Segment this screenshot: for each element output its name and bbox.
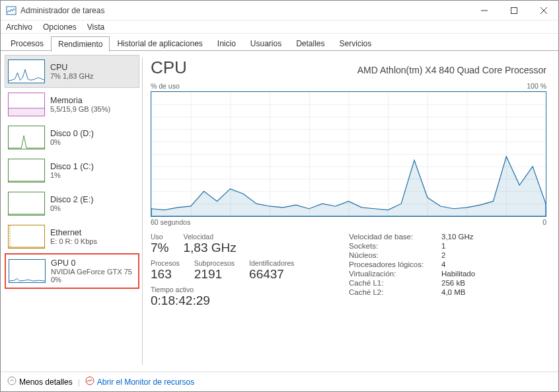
gpu-thumb <box>9 259 46 283</box>
uptime-value: 0:18:42:29 <box>151 294 210 308</box>
tab-performance[interactable]: Rendimiento <box>51 36 110 52</box>
menu-options[interactable]: Opciones <box>43 22 77 32</box>
tab-users[interactable]: Usuarios <box>243 36 289 51</box>
stat-value: 66437 <box>249 267 294 282</box>
stat-label: Uso <box>151 233 168 241</box>
menu-view[interactable]: Vista <box>87 22 104 32</box>
stat-label: Identificadores <box>249 259 294 267</box>
y-axis-max: 100 % <box>527 82 546 90</box>
tab-services[interactable]: Servicios <box>332 36 379 51</box>
sidebar-sub: E: 0 R: 0 Kbps <box>50 237 97 245</box>
svg-rect-5 <box>9 108 44 116</box>
footer: Menos detalles | Abrir el Monitor de rec… <box>1 372 558 391</box>
sidebar-label: Ethernet <box>50 228 97 237</box>
stat-label: Procesos <box>151 259 180 267</box>
x-axis-left: 60 segundos <box>151 218 190 226</box>
sidebar-sub: 5,5/15,9 GB (35%) <box>50 105 110 113</box>
cpu-thumb <box>8 59 45 83</box>
menu-file[interactable]: Archivo <box>6 22 32 32</box>
svg-rect-2 <box>511 7 517 13</box>
sidebar-sub: 0% <box>50 138 94 146</box>
sidebar-label: Memoria <box>50 96 110 105</box>
svg-point-9 <box>86 377 94 385</box>
detail-panel: CPU AMD Athlon(tm) X4 840 Quad Core Proc… <box>145 51 558 372</box>
sidebar-label: CPU <box>50 63 93 72</box>
sidebar-item-disk0[interactable]: Disco 0 (D:) 0% <box>5 121 139 154</box>
cpu-usage-graph[interactable] <box>151 91 546 217</box>
stat-value: 1,83 GHz <box>183 241 236 255</box>
sidebar-item-disk2[interactable]: Disco 2 (E:) 0% <box>5 187 139 220</box>
vertical-divider <box>142 58 143 365</box>
stat-value: 7% <box>151 241 168 255</box>
x-axis-right: 0 <box>542 218 546 226</box>
sidebar: CPU 7% 1,83 GHz Memoria 5,5/15,9 GB (35%… <box>1 51 139 372</box>
sidebar-label: Disco 2 (E:) <box>50 195 93 204</box>
app-icon <box>6 5 17 16</box>
cpu-properties: Velocidad de base:3,10 GHz Sockets:1 Núc… <box>349 233 475 312</box>
sidebar-label: GPU 0 <box>51 258 132 268</box>
sidebar-sub: 7% 1,83 GHz <box>50 72 93 80</box>
close-button[interactable] <box>529 1 558 20</box>
monitor-icon <box>85 376 94 387</box>
stat-value: 163 <box>151 267 180 282</box>
tab-processes[interactable]: Procesos <box>3 36 51 51</box>
sidebar-sub: 0% <box>50 204 93 212</box>
disk-thumb <box>8 159 45 182</box>
sidebar-item-gpu0[interactable]: GPU 0 NVIDIA GeForce GTX 75 0% <box>5 253 139 289</box>
sidebar-item-ethernet[interactable]: Ethernet E: 0 R: 0 Kbps <box>5 220 139 253</box>
sidebar-label: Disco 1 (C:) <box>50 162 94 171</box>
sidebar-sub: NVIDIA GeForce GTX 75 <box>51 268 132 276</box>
window-title: Administrador de tareas <box>20 6 469 15</box>
cpu-model: AMD Athlon(tm) X4 840 Quad Core Processo… <box>357 65 546 75</box>
stat-label: Velocidad <box>183 233 236 241</box>
svg-rect-0 <box>7 7 16 15</box>
detail-title: CPU <box>151 58 187 78</box>
stat-value: 2191 <box>194 267 235 282</box>
chevron-up-icon <box>7 376 17 387</box>
sidebar-label: Disco 0 (D:) <box>50 129 94 138</box>
memory-thumb <box>8 93 45 116</box>
stat-label: Subprocesos <box>194 259 235 267</box>
tab-app-history[interactable]: Historial de aplicaciones <box>110 36 209 51</box>
sidebar-item-cpu[interactable]: CPU 7% 1,83 GHz <box>5 55 139 88</box>
disk-thumb <box>8 126 45 149</box>
minimize-button[interactable] <box>469 1 499 20</box>
open-resource-monitor-link[interactable]: Abrir el Monitor de recursos <box>97 377 194 387</box>
svg-point-8 <box>8 377 16 385</box>
y-axis-label: % de uso <box>151 82 180 90</box>
titlebar: Administrador de tareas <box>1 1 558 20</box>
less-details-link[interactable]: Menos detalles <box>19 377 73 387</box>
sidebar-item-memory[interactable]: Memoria 5,5/15,9 GB (35%) <box>5 88 139 121</box>
sidebar-sub2: 0% <box>51 276 132 284</box>
content: CPU 7% 1,83 GHz Memoria 5,5/15,9 GB (35%… <box>1 51 558 372</box>
ethernet-thumb <box>8 225 45 249</box>
tab-details[interactable]: Detalles <box>289 36 332 51</box>
disk-thumb <box>8 192 45 216</box>
sidebar-item-disk1[interactable]: Disco 1 (C:) 1% <box>5 154 139 187</box>
maximize-button[interactable] <box>499 1 529 20</box>
sidebar-sub: 1% <box>50 171 94 179</box>
menubar: Archivo Opciones Vista <box>1 20 558 34</box>
tab-startup[interactable]: Inicio <box>210 36 243 51</box>
tab-strip: Procesos Rendimiento Historial de aplica… <box>1 34 558 51</box>
uptime-label: Tiempo activo <box>151 286 210 294</box>
